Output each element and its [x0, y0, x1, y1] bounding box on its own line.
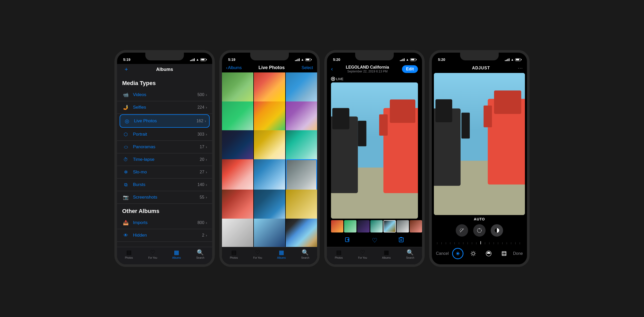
chevron-icon-screenshots: › — [206, 195, 207, 199]
album-count-videos: 500 — [198, 92, 204, 97]
filter-button[interactable] — [491, 224, 503, 237]
crop-button[interactable] — [498, 248, 510, 259]
edit-photo-view[interactable] — [434, 73, 525, 215]
for-you-icon-3: ♡ — [360, 249, 365, 256]
photo-main-title: LEGOLAND California — [346, 65, 389, 70]
search-tab-icon: 🔍 — [197, 249, 204, 256]
strip-thumb-7[interactable] — [410, 220, 422, 232]
grid-photo-3[interactable] — [286, 72, 317, 104]
tab-search-1[interactable]: 🔍 Search — [193, 249, 208, 259]
grid-photo-1[interactable] — [222, 72, 253, 104]
tab-search-2[interactable]: 🔍 Search — [298, 249, 313, 259]
select-button[interactable]: Select — [302, 66, 313, 70]
edit-tools — [432, 222, 527, 239]
grid-photo-6[interactable] — [286, 101, 317, 133]
edit-button[interactable]: Edit — [402, 65, 418, 73]
search-label-3: Search — [406, 256, 414, 259]
album-item-selfies[interactable]: 🤳 Selfies 224 › — [117, 101, 212, 114]
signal-icon-3 — [400, 58, 405, 61]
add-button[interactable]: + — [122, 66, 130, 73]
strip-thumb-4[interactable] — [370, 220, 383, 232]
photos-tab-icon: ▤ — [126, 249, 132, 256]
tab-photos-3[interactable]: ▤ Photos — [331, 249, 346, 259]
grid-photo-16[interactable] — [222, 219, 253, 247]
signal-icon — [190, 58, 195, 61]
magic-wand-button[interactable] — [456, 224, 468, 237]
tab-albums-2[interactable]: ▦ Albums — [274, 249, 289, 259]
grid-photo-2[interactable] — [254, 72, 285, 104]
done-button[interactable]: Done — [513, 251, 523, 256]
album-item-timelapse[interactable]: ⏱ Time-lapse 20 › — [117, 153, 212, 166]
tab-albums-3[interactable]: ▦ Albums — [379, 249, 394, 259]
albums-tab-icon: ▦ — [174, 249, 179, 256]
grid-photo-12-selected[interactable] — [286, 159, 317, 191]
effects-button[interactable] — [483, 248, 494, 259]
live-indicator-icon — [331, 77, 335, 81]
bottom-edit-bar: Cancel — [432, 245, 527, 264]
album-item-videos[interactable]: 📹 Videos 500 › — [117, 89, 212, 101]
tab-photos-2[interactable]: ▤ Photos — [226, 249, 242, 259]
wifi-icon: ▲ — [196, 58, 199, 61]
grid-photo-18[interactable] — [286, 219, 317, 247]
album-item-slomo[interactable]: ✲ Slo-mo 27 › — [117, 166, 212, 179]
tab-search-3[interactable]: 🔍 Search — [402, 249, 418, 259]
album-item-panoramas[interactable]: ⬭ Panoramas 17 › — [117, 141, 212, 153]
album-count-screenshots: 55 — [200, 195, 204, 200]
live-badge[interactable]: LIVE — [327, 75, 422, 82]
album-name-slomo: Slo-mo — [133, 170, 200, 175]
more-options-button[interactable]: ··· — [518, 65, 523, 71]
wifi-icon-3: ▲ — [406, 58, 409, 61]
album-item-screenshots[interactable]: 📷 Screenshots 55 › — [117, 191, 212, 204]
grid-photo-15[interactable] — [286, 190, 317, 221]
phone-3: 5:20 ▲ ‹ LEGOLAND California Sep — [324, 50, 425, 267]
back-button-2[interactable]: ‹ Albums — [226, 66, 242, 70]
strip-thumb-5-selected[interactable] — [383, 220, 396, 232]
album-item-live-photos[interactable]: ◎ Live Photos 162 › — [120, 114, 210, 128]
tab-photos-1[interactable]: ▤ Photos — [121, 249, 137, 259]
tab-for-you-2[interactable]: ♡ For You — [250, 249, 265, 259]
album-name-videos: Videos — [133, 92, 198, 97]
status-bar-2: 5:19 ▲ — [222, 53, 317, 64]
favorite-button[interactable]: ♡ — [372, 237, 378, 244]
grid-photo-10[interactable] — [222, 159, 253, 191]
svg-rect-20 — [484, 106, 492, 127]
strip-thumb-6[interactable] — [397, 220, 409, 232]
album-item-hidden[interactable]: 👁 Hidden 2 › — [117, 229, 212, 242]
rotate-button[interactable] — [473, 224, 486, 237]
brightness-button[interactable] — [468, 248, 479, 259]
live-photo-edit-button[interactable] — [452, 248, 463, 259]
strip-thumb-1[interactable] — [331, 220, 343, 232]
cancel-button[interactable]: Cancel — [436, 251, 449, 256]
panoramas-icon: ⬭ — [122, 143, 129, 151]
tab-for-you-1[interactable]: ♡ For You — [145, 249, 160, 259]
grid-photo-17[interactable] — [254, 219, 285, 247]
phone4-content: ADJUST ··· — [432, 64, 527, 264]
svg-rect-8 — [379, 114, 388, 136]
album-item-bursts[interactable]: ⧉ Bursts 140 › — [117, 179, 212, 191]
grid-photo-13[interactable] — [222, 190, 253, 221]
share-button[interactable] — [345, 237, 351, 244]
grid-photo-9[interactable] — [286, 130, 317, 162]
strip-thumb-3[interactable] — [357, 220, 370, 232]
album-count-bursts: 140 — [198, 182, 204, 187]
tab-albums-1[interactable]: ▦ Albums — [169, 249, 184, 259]
grid-photo-7[interactable] — [222, 130, 253, 162]
grid-photo-5[interactable] — [254, 101, 285, 133]
phone3-content: ‹ LEGOLAND California September 22, 2019… — [327, 64, 422, 264]
status-icons-3: ▲ — [400, 58, 416, 61]
grid-photo-8[interactable] — [254, 130, 285, 162]
grid-photo-14[interactable] — [254, 190, 285, 221]
tab-bar-3: ▤ Photos ♡ For You ▦ Albums 🔍 Search — [327, 247, 422, 264]
album-item-imports[interactable]: 📥 Imports 800 › — [117, 217, 212, 229]
album-item-portrait[interactable]: ⬡ Portrait 303 › — [117, 128, 212, 141]
back-button-3[interactable]: ‹ — [331, 66, 333, 72]
svg-rect-5 — [358, 121, 366, 146]
grid-photo-11[interactable] — [254, 159, 285, 191]
status-bar-3: 5:20 ▲ — [327, 53, 422, 64]
strip-thumb-2[interactable] — [344, 220, 356, 232]
grid-photo-4[interactable] — [222, 101, 253, 133]
tab-for-you-3[interactable]: ♡ For You — [355, 249, 370, 259]
tick-marks-svg — [436, 240, 523, 245]
delete-button[interactable] — [398, 237, 404, 244]
main-photo-view[interactable] — [331, 82, 418, 219]
